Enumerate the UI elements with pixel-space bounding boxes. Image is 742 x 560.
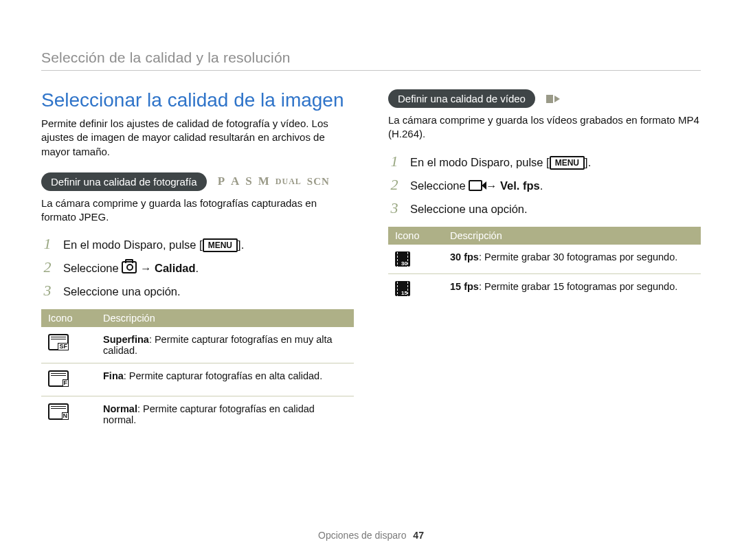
mode-m-icon: M [258,175,270,188]
step-text-part: . [196,262,199,274]
th-icon: Icono [388,227,443,245]
step-text-part: Seleccione [410,179,469,192]
table-row: N Normal: Permite capturar fotografías e… [41,396,354,433]
desc-cell: Superfina: Permite capturar fotografías … [96,327,354,363]
icon-cell: SF [41,327,96,363]
table-row: F Fina: Permite capturar fotografías en … [41,363,354,396]
step-target: Calidad [155,262,196,274]
step-number: 2 [41,258,54,276]
step-text-part: Seleccione [63,262,122,274]
mode-p-icon: P [218,175,225,188]
photo-desc: La cámara comprime y guarda las fotograf… [41,197,354,225]
video-quality-pill: Definir una calidad de vídeo [388,89,535,108]
step-text-part: En el modo Disparo, pulse [63,238,199,251]
desc-cell: Fina: Permite capturar fotografías en al… [96,363,354,396]
th-icon: Icono [41,309,96,327]
step-text: Seleccione una opción. [63,285,181,298]
video-steps: 1 En el modo Disparo, pulse [MENU]. 2 Se… [388,153,701,217]
table-row: SF Superfina: Permite capturar fotografí… [41,327,354,363]
lead-text: Permite definir los ajustes de calidad d… [41,117,354,159]
page-footer: Opciones de disparo 47 [0,530,742,541]
quality-normal-icon: N [48,403,69,420]
icon-tag: 15 [401,291,408,296]
step-text: En el modo Disparo, pulse [MENU]. [63,238,244,252]
photo-options-table: Icono Descripción SF Superfina: Permite … [41,309,354,432]
fps-15-icon: 15 [395,281,410,296]
option-desc: : Permite capturar fotografías en alta c… [124,370,322,381]
photo-steps: 1 En el modo Disparo, pulse [MENU]. 2 Se… [41,235,354,300]
step-text: Seleccione → Vel. fps. [410,179,543,192]
step-text: Seleccione → Calidad. [63,261,199,275]
camera-icon [122,261,137,273]
photo-heading-row: Definir una calidad de fotografía P A S … [41,172,354,191]
step-number: 1 [41,235,54,253]
mode-video-icon [546,95,560,103]
icon-tag: 30 [401,261,408,267]
manual-page: Selección de la calidad y la resolución … [0,0,742,560]
option-name: 30 fps [450,251,479,262]
step-text-part: . [540,179,543,192]
step-text-part: En el modo Disparo, pulse [410,156,546,168]
section-rule [41,70,701,71]
option-name: Superfina [103,334,149,345]
icon-tag: SF [58,343,69,350]
step-text-part: . [241,238,245,251]
photo-step-1: 1 En el modo Disparo, pulse [MENU]. [41,235,354,253]
arrow-text: → [137,262,155,274]
option-name: Fina [103,370,124,381]
video-options-table: Icono Descripción 30 30 fps: Permite gra… [388,227,701,303]
icon-cell: N [41,396,96,433]
desc-cell: 15 fps: Permite grabar 15 fotogramas por… [443,273,701,303]
option-desc: : Permite grabar 30 fotogramas por segun… [479,251,677,262]
icon-cell: 30 [388,245,443,274]
video-step-1: 1 En el modo Disparo, pulse [MENU]. [388,153,701,170]
th-desc: Descripción [96,309,354,327]
page-title: Seleccionar la calidad de la imagen [41,89,354,111]
photo-step-2: 2 Seleccione → Calidad. [41,258,354,276]
content-columns: Seleccionar la calidad de la imagen Perm… [41,89,701,432]
icon-tag: F [63,379,69,387]
table-row: 30 30 fps: Permite grabar 30 fotogramas … [388,245,701,274]
quality-fine-icon: F [48,370,69,387]
mode-scn-icon: SCN [307,176,330,188]
step-number: 3 [41,282,54,300]
table-row: 15 15 fps: Permite grabar 15 fotogramas … [388,273,701,303]
icon-cell: 15 [388,273,443,303]
menu-key-icon: MENU [203,238,238,252]
quality-superfine-icon: SF [48,334,69,350]
page-number: 47 [413,530,424,541]
step-text: Seleccione una opción. [410,203,528,216]
icon-cell: F [41,363,96,396]
footer-label: Opciones de disparo [318,530,406,541]
column-left: Seleccionar la calidad de la imagen Perm… [41,89,354,432]
photo-quality-pill: Definir una calidad de fotografía [41,172,207,191]
section-header: Selección de la calidad y la resolución [41,49,701,71]
mode-a-icon: A [231,175,240,188]
option-desc: : Permite grabar 15 fotogramas por segun… [479,281,677,292]
step-number: 1 [388,153,401,170]
mode-icons: P A S M DUAL SCN [218,175,330,188]
fps-30-icon: 30 [395,251,410,267]
option-name: Normal [103,403,137,414]
video-step-2: 2 Seleccione → Vel. fps. [388,176,701,194]
th-desc: Descripción [443,227,701,245]
step-text-part: . [588,156,592,168]
desc-cell: 30 fps: Permite grabar 30 fotogramas por… [443,245,701,274]
menu-key-icon: MENU [550,156,585,170]
step-text: En el modo Disparo, pulse [MENU]. [410,156,591,170]
step-number: 2 [388,176,401,194]
icon-tag: N [62,412,69,420]
step-number: 3 [388,199,401,217]
section-title: Selección de la calidad y la resolución [41,49,291,66]
photo-step-3: 3 Seleccione una opción. [41,282,354,300]
video-heading-row: Definir una calidad de vídeo [388,89,701,108]
desc-cell: Normal: Permite capturar fotografías en … [96,396,354,433]
video-step-3: 3 Seleccione una opción. [388,199,701,217]
column-right: Definir una calidad de vídeo La cámara c… [388,89,701,432]
videocam-icon [469,180,482,191]
video-desc: La cámara comprime y guarda los vídeos g… [388,113,701,142]
mode-dual-icon: DUAL [276,177,302,187]
option-name: 15 fps [450,281,479,292]
mode-s-icon: S [245,175,252,188]
mode-icons [546,95,560,103]
